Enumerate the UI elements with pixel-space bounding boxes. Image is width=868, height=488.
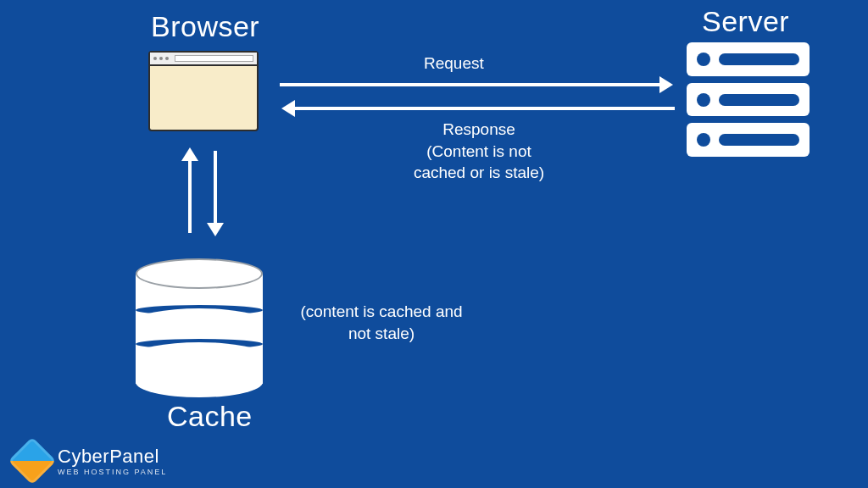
cache-icon [136,258,263,394]
arrow-cache-down [214,151,217,223]
cache-note-line2: not stale) [348,324,415,342]
cache-note: (content is cached and not stale) [284,301,479,344]
arrow-request [280,83,659,86]
brand-name: CyberPanel [58,446,167,468]
cache-note-line1: (content is cached and [300,302,462,320]
response-label: Response (Content is not cached or is st… [377,119,581,184]
brand-tagline: WEB HOSTING PANEL [58,468,167,476]
response-note-line2: cached or is stale) [414,164,544,181]
request-label: Request [424,53,484,75]
brand-footer: CyberPanel WEB HOSTING PANEL [15,444,167,478]
diagram-canvas: Browser Server Cache Request Response (C… [0,0,868,488]
brand-logo-icon [8,437,57,485]
arrow-cache-up [188,161,192,233]
browser-icon [148,51,259,131]
server-icon [687,42,810,157]
arrow-response [295,107,675,110]
server-title: Server [702,5,789,38]
response-note-line1: (Content is not [426,142,531,160]
browser-title: Browser [151,10,259,43]
response-word: Response [442,120,515,138]
cache-title: Cache [167,400,253,433]
